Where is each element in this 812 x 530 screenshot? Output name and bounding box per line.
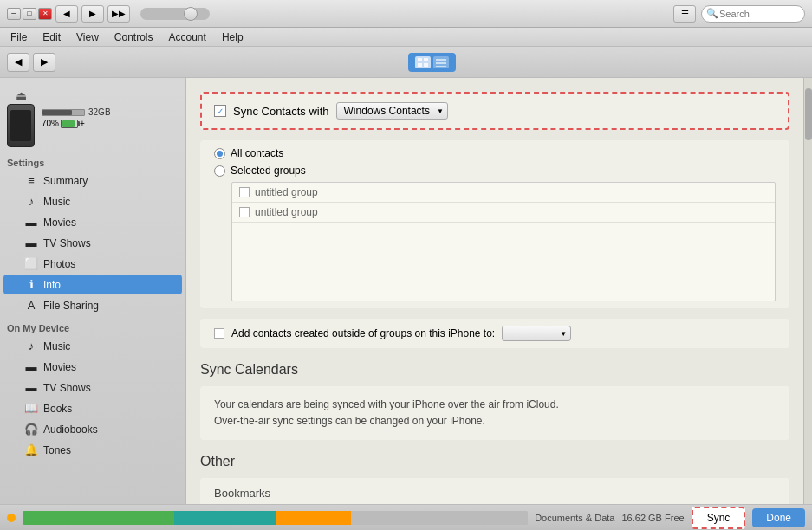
- all-contacts-label: All contacts: [231, 147, 283, 159]
- menu-file[interactable]: File: [3, 29, 34, 45]
- capacity-label: 32GB: [88, 107, 111, 117]
- groups-empty-rows: [232, 223, 775, 301]
- all-contacts-radio[interactable]: [214, 148, 225, 159]
- menu-edit[interactable]: Edit: [36, 29, 68, 45]
- window-controls: ─ □ ✕: [7, 8, 52, 20]
- sidebar-label-summary: Summary: [43, 175, 88, 187]
- storage-segment-green: [23, 511, 174, 525]
- sidebar-label-info: Info: [43, 279, 61, 291]
- sidebar-item-info[interactable]: ℹ Info: [3, 275, 182, 294]
- groups-list: untitled group untitled group: [231, 182, 776, 301]
- sidebar-item-tones[interactable]: 🔔 Tones: [3, 440, 182, 460]
- filesharing-icon: A: [24, 299, 38, 312]
- sidebar-item-summary[interactable]: ≡ Summary: [3, 171, 182, 191]
- group-label-2: untitled group: [255, 206, 318, 218]
- nav-center: [59, 53, 805, 72]
- search-icon: 🔍: [706, 8, 718, 19]
- restore-button[interactable]: □: [23, 8, 36, 20]
- sidebar-item-photos[interactable]: ⬜ Photos: [3, 254, 182, 274]
- sidebar-item-movies[interactable]: ▬ Movies: [3, 212, 182, 232]
- svg-rect-1: [424, 58, 428, 61]
- done-button[interactable]: Done: [752, 508, 805, 527]
- sync-contacts-checkbox[interactable]: ✓: [214, 105, 226, 117]
- all-contacts-option[interactable]: All contacts: [214, 147, 776, 159]
- volume-slider[interactable]: [140, 8, 210, 20]
- sidebar-label-tvshows: TV Shows: [43, 237, 91, 249]
- menu-controls[interactable]: Controls: [107, 29, 160, 45]
- svg-rect-4: [436, 59, 446, 61]
- menu-view[interactable]: View: [69, 29, 106, 45]
- selected-groups-option[interactable]: Selected groups: [214, 165, 776, 177]
- sync-calendars-line1: Your calendars are being synced with you…: [214, 397, 776, 413]
- sync-calendars-title: Sync Calendars: [200, 362, 789, 378]
- back-button[interactable]: ◀: [55, 5, 78, 23]
- sidebar-item-music2[interactable]: ♪ Music: [3, 336, 182, 356]
- scrollbar[interactable]: [803, 78, 812, 504]
- bookmarks-label: Bookmarks: [214, 487, 270, 500]
- windows-contacts-value: Windows Contacts: [344, 105, 430, 117]
- grid-view-button[interactable]: [415, 56, 431, 68]
- sidebar-label-music2: Music: [43, 340, 70, 352]
- sidebar-label-tvshows2: TV Shows: [43, 382, 91, 394]
- group-checkbox-1[interactable]: [239, 187, 250, 197]
- sync-button[interactable]: Sync: [692, 507, 746, 529]
- scroll-thumb[interactable]: [805, 88, 812, 140]
- storage-bar: [23, 511, 528, 525]
- group-item-1[interactable]: untitled group: [232, 183, 775, 203]
- other-title: Other: [200, 454, 789, 469]
- summary-icon: ≡: [24, 174, 38, 187]
- add-contacts-dropdown[interactable]: [502, 326, 571, 341]
- battery-percent: 70%: [42, 119, 59, 128]
- sidebar-item-books[interactable]: 📖 Books: [3, 398, 182, 418]
- music2-icon: ♪: [24, 339, 38, 352]
- sidebar: ⏏ 32GB 70% +: [0, 78, 186, 504]
- storage-segment-free: [351, 511, 528, 525]
- sidebar-item-audiobooks[interactable]: 🎧 Audiobooks: [3, 419, 182, 439]
- battery-fill: [62, 120, 75, 127]
- menu-bar: File Edit View Controls Account Help: [0, 28, 812, 47]
- sidebar-label-audiobooks: Audiobooks: [43, 423, 98, 436]
- movies2-icon: ▬: [24, 360, 38, 373]
- nav-back-button[interactable]: ◀: [7, 53, 29, 72]
- add-contacts-label: Add contacts created outside of groups o…: [231, 327, 495, 339]
- sidebar-item-music[interactable]: ♪ Music: [3, 191, 182, 211]
- eject-icon[interactable]: ⏏: [16, 88, 27, 102]
- capacity-bar: [42, 109, 85, 116]
- minimize-button[interactable]: ─: [7, 8, 21, 20]
- add-contacts-dropdown-value: [510, 328, 512, 339]
- selected-groups-radio[interactable]: [214, 165, 225, 177]
- list-view-toggle-button[interactable]: [433, 56, 449, 68]
- sidebar-item-filesharing[interactable]: A File Sharing: [3, 295, 182, 315]
- sidebar-label-movies: Movies: [43, 217, 76, 229]
- view-toggle: [408, 53, 456, 72]
- svg-rect-3: [424, 63, 428, 67]
- device-screen: [10, 110, 31, 141]
- play-button[interactable]: ▶: [81, 5, 104, 23]
- group-item-2[interactable]: untitled group: [232, 203, 775, 223]
- menu-account[interactable]: Account: [162, 29, 213, 45]
- menu-help[interactable]: Help: [215, 29, 250, 45]
- nav-forward-button[interactable]: ▶: [33, 53, 55, 72]
- sidebar-label-photos: Photos: [43, 258, 75, 270]
- sidebar-item-tvshows2[interactable]: ▬ TV Shows: [3, 378, 182, 398]
- info-icon: ℹ: [24, 278, 38, 291]
- sync-contacts-header: ✓ Sync Contacts with Windows Contacts: [200, 92, 789, 130]
- list-view-button[interactable]: ☰: [673, 5, 696, 23]
- svg-rect-6: [436, 66, 446, 67]
- device-info: 32GB 70% +: [42, 107, 111, 128]
- title-bar-right: ☰ 🔍: [673, 5, 805, 23]
- other-section: Other Bookmarks: [200, 454, 789, 504]
- sidebar-item-tvshows[interactable]: ▬ TV Shows: [3, 233, 182, 253]
- status-bar: Documents & Data 16.62 GB Free Sync Done: [0, 504, 812, 530]
- close-button[interactable]: ✕: [38, 8, 52, 20]
- sidebar-label-tones: Tones: [43, 444, 71, 456]
- nav-bar: ◀ ▶: [0, 47, 812, 78]
- title-bar-left: ─ □ ✕ ◀ ▶ ▶▶: [7, 5, 210, 23]
- forward-button[interactable]: ▶▶: [107, 5, 130, 23]
- group-checkbox-2[interactable]: [239, 207, 250, 217]
- sidebar-item-movies2[interactable]: ▬ Movies: [3, 357, 182, 377]
- add-contacts-checkbox[interactable]: [214, 328, 224, 339]
- group-label-1: untitled group: [255, 186, 318, 198]
- windows-contacts-dropdown[interactable]: Windows Contacts: [336, 102, 448, 120]
- capacity-fill: [42, 110, 72, 115]
